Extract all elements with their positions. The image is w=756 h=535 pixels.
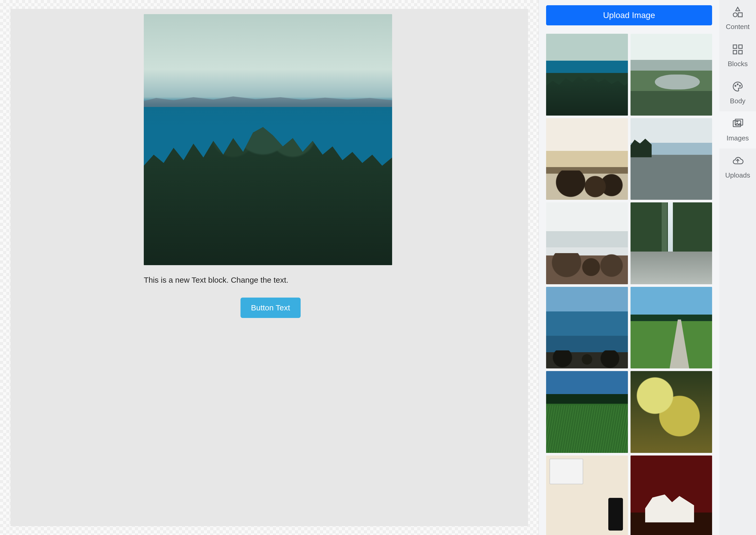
tab-label: Images (726, 134, 749, 142)
svg-point-9 (740, 85, 741, 86)
svg-rect-4 (739, 45, 742, 48)
thumbnail-desk-laptop-phone[interactable] (546, 456, 628, 535)
email-page[interactable]: This is a new Text block. Change the tex… (11, 9, 528, 526)
svg-point-12 (737, 120, 738, 122)
cta-button-block[interactable]: Button Text (240, 297, 301, 318)
thumbnail-meadow-mountain-stream[interactable] (631, 34, 712, 116)
tab-uploads[interactable]: Uploads (719, 149, 756, 186)
editor-canvas[interactable]: This is a new Text block. Change the tex… (0, 0, 538, 535)
palette-icon (732, 80, 744, 95)
svg-point-8 (737, 84, 738, 85)
svg-marker-0 (736, 7, 740, 11)
svg-rect-2 (738, 13, 742, 16)
tool-tabs: Content Blocks Body Images Uploads (719, 0, 756, 535)
tab-blocks[interactable]: Blocks (719, 37, 756, 74)
thumbnail-forest-sea-landscape[interactable] (546, 34, 628, 116)
thumbnail-white-heels-red-wall[interactable] (631, 456, 712, 535)
thumbnail-tall-grass-trees[interactable] (546, 371, 628, 453)
tab-label: Body (730, 97, 745, 105)
text-block[interactable]: This is a new Text block. Change the tex… (144, 276, 288, 285)
thumbnail-blue-ocean-shore[interactable] (546, 287, 628, 369)
thumbnail-beach-dark-rocks[interactable] (546, 118, 628, 200)
thumbnail-path-through-field[interactable] (631, 287, 712, 369)
grid-icon (732, 43, 744, 57)
upload-image-button[interactable]: Upload Image (546, 5, 712, 25)
svg-rect-5 (733, 50, 737, 54)
shapes-icon (732, 6, 744, 20)
hero-image-block[interactable] (144, 14, 392, 265)
images-icon (732, 118, 744, 131)
tab-label: Content (726, 23, 749, 31)
svg-point-7 (735, 85, 736, 86)
tab-label: Uploads (725, 171, 750, 180)
tab-images[interactable]: Images (719, 111, 756, 149)
image-thumbnail-grid (546, 34, 712, 535)
svg-rect-3 (733, 45, 737, 48)
images-panel: Upload Image (538, 0, 719, 535)
thumbnail-pebble-shore-pines[interactable] (631, 118, 712, 200)
thumbnail-rocky-coast-overcast[interactable] (546, 202, 628, 284)
tab-body[interactable]: Body (719, 74, 756, 111)
tab-content[interactable]: Content (719, 0, 756, 37)
thumbnail-mossy-tree-sunlight[interactable] (631, 371, 712, 453)
tab-label: Blocks (728, 60, 748, 68)
svg-point-1 (733, 13, 737, 16)
svg-rect-6 (739, 50, 742, 54)
thumbnail-waterfall-gorge[interactable] (631, 202, 712, 284)
cloud-upload-icon (732, 155, 744, 169)
